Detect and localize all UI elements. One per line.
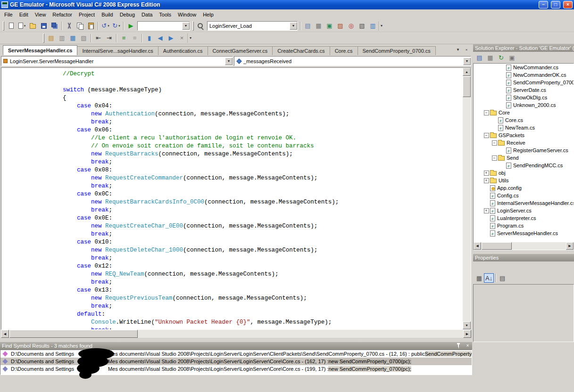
find-result-row[interactable]: D:\Documents and SettingsMes documents\V… xyxy=(0,358,472,365)
code-line[interactable]: new Authentication(connection, message.M… xyxy=(6,110,463,118)
find-symbol-button[interactable] xyxy=(195,21,206,31)
toolbar-grip[interactable] xyxy=(3,21,4,31)
menu-tools[interactable]: Tools xyxy=(156,10,175,19)
save-button[interactable] xyxy=(38,21,49,31)
show-all-files-button[interactable]: ▦ xyxy=(485,52,496,63)
horizontal-scrollbar[interactable]: ◀ ▶ xyxy=(1,330,471,338)
code-line[interactable]: new RequestPreviousTeam(connection, mess… xyxy=(6,294,463,302)
code-line[interactable]: case 0x04: xyxy=(6,102,463,110)
increase-indent-button[interactable]: ⇥ xyxy=(104,33,115,43)
code-line[interactable] xyxy=(6,78,463,86)
collapse-box-icon[interactable]: − xyxy=(484,110,489,115)
tree-item-internalservermessagehandler-cs[interactable]: InternalServerMessageHandler.cs xyxy=(474,199,574,207)
tree-item-registergameserver-cs[interactable]: RegisterGameServer.cs xyxy=(474,147,574,154)
start-debugging-button[interactable]: ▶ xyxy=(125,21,136,31)
toolbar-options-chevron[interactable]: ▾ xyxy=(378,21,384,31)
code-line[interactable]: new RequestCreateChar_0E00(connection, m… xyxy=(6,222,463,230)
code-line[interactable]: { xyxy=(6,94,463,102)
scroll-left-icon[interactable]: ◀ xyxy=(1,330,9,338)
code-line[interactable]: break; xyxy=(6,230,463,238)
menu-file[interactable]: File xyxy=(1,10,16,19)
debug-target-combo[interactable]: ▼ xyxy=(137,21,190,31)
menu-view[interactable]: View xyxy=(32,10,50,19)
code-line[interactable]: new RequestDeleteChar_1000(connection, m… xyxy=(6,246,463,254)
menu-window[interactable]: Window xyxy=(175,10,200,19)
code-line[interactable]: new RequestCreateCommander(connection, m… xyxy=(6,174,463,182)
collapse-box-icon[interactable]: − xyxy=(484,133,489,138)
menu-data[interactable]: Data xyxy=(138,10,156,19)
previous-bookmark-button[interactable]: ◀ xyxy=(155,33,166,43)
tree-item-core-cs[interactable]: Core.cs xyxy=(474,116,574,124)
code-line[interactable]: case 0x0C: xyxy=(6,190,463,198)
paste-button[interactable] xyxy=(85,21,96,31)
toggle-bookmark-button[interactable]: ▮ xyxy=(144,33,155,43)
find-combo-combo[interactable]: LoginServer_Load▼ xyxy=(207,21,298,31)
close-button[interactable]: × xyxy=(563,1,573,8)
expand-box-icon[interactable]: + xyxy=(484,178,489,183)
properties-button[interactable]: ▤ xyxy=(474,52,485,63)
code-line[interactable]: break; xyxy=(6,118,463,126)
menu-refactor[interactable]: Refactor xyxy=(49,10,75,19)
tree-item-core[interactable]: −Core xyxy=(474,109,574,116)
collapse-box-icon[interactable]: − xyxy=(492,140,497,146)
toolbar-grip[interactable] xyxy=(192,21,194,31)
close-document-icon[interactable]: × xyxy=(463,46,470,53)
vertical-scrollbar[interactable]: ▲ ▼ xyxy=(463,68,471,329)
code-line[interactable]: break; xyxy=(6,158,463,166)
tree-item-servermessagehandler-cs[interactable]: ServerMessageHandler.cs xyxy=(474,229,574,237)
tree-scroll-thumb[interactable] xyxy=(482,242,512,250)
code-line[interactable]: new RequestBarracks(connection, message.… xyxy=(6,150,463,158)
minimize-button[interactable]: – xyxy=(539,1,548,8)
scroll-right-icon[interactable]: ▶ xyxy=(463,330,471,338)
code-line[interactable]: case 0x06: xyxy=(6,126,463,134)
solution-tree[interactable]: NewCommander.csNewCommanderOK.csSendComm… xyxy=(474,64,574,242)
code-line[interactable]: new RequestBarrackCardsInfo_0C00(connect… xyxy=(6,198,463,206)
tree-item-app-config[interactable]: App.config xyxy=(474,184,574,192)
tree-item-sendcommproperty-0700-cs[interactable]: SendCommProperty_0700.cs xyxy=(474,79,574,86)
tree-item-newteam-cs[interactable]: NewTeam.cs xyxy=(474,124,574,131)
tab-core-cs[interactable]: Core.cs xyxy=(330,46,358,55)
cut-button[interactable] xyxy=(64,21,75,31)
members-dropdown[interactable]: _messagesReceived ▼ xyxy=(234,56,471,66)
uncomment-selection-button[interactable]: ≡ xyxy=(129,33,140,43)
save-all-button[interactable] xyxy=(49,21,60,31)
tab-servermessagehandler-cs[interactable]: ServerMessageHandler.cs xyxy=(3,45,77,55)
active-files-dropdown-icon[interactable]: ▼ xyxy=(454,46,462,53)
code-line[interactable]: break; xyxy=(6,254,463,262)
menu-edit[interactable]: Edit xyxy=(16,10,32,19)
tree-scroll-left-icon[interactable]: ◀ xyxy=(474,242,481,250)
toolbar-grip[interactable] xyxy=(43,33,44,43)
types-dropdown[interactable]: LoginServer.ServerMessageHandler ▼ xyxy=(1,56,233,66)
add-new-item-button[interactable]: ▾ xyxy=(17,21,27,31)
toolbox-button[interactable]: ▨ xyxy=(335,21,346,31)
code-line[interactable]: case 0x08: xyxy=(6,166,463,174)
menu-project[interactable]: Project xyxy=(75,10,98,19)
find-result-row[interactable]: D:\Documents and SettingsMes documents\V… xyxy=(0,350,472,358)
toolbar-options-chevron[interactable]: ▾ xyxy=(187,33,193,43)
object-browser-button[interactable]: ▣ xyxy=(324,21,335,31)
members-dropdown-button[interactable]: ▼ xyxy=(463,57,471,65)
code-line[interactable]: break; xyxy=(6,302,463,310)
find-result-row[interactable]: D:\Documents and SettingsMes documents\V… xyxy=(0,365,472,373)
menu-help[interactable]: Help xyxy=(200,10,217,19)
tree-item-luainterpreter-cs[interactable]: LuaInterpreter.cs xyxy=(474,214,574,222)
tree-item-utils[interactable]: +Utils xyxy=(474,177,574,184)
code-line[interactable]: case 0x12: xyxy=(6,262,463,270)
member-list-button[interactable]: ▤ xyxy=(46,33,57,43)
types-dropdown-button[interactable]: ▼ xyxy=(225,57,233,65)
code-line[interactable]: case 0x0E: xyxy=(6,214,463,222)
horizontal-scroll-thumb[interactable] xyxy=(9,330,138,338)
tab-internalserve-sagehandler-cs[interactable]: InternalServe...sageHandler.cs xyxy=(77,46,158,55)
tree-item-config-cs[interactable]: Config.cs xyxy=(474,192,574,199)
scroll-down-icon[interactable]: ▼ xyxy=(463,321,471,329)
panel-splitter[interactable] xyxy=(473,250,574,254)
copy-button[interactable] xyxy=(75,21,85,31)
view-class-diagram-button[interactable]: ▣ xyxy=(507,52,517,63)
tree-item-send[interactable]: −Send xyxy=(474,154,574,162)
tab-connectgameserver-cs[interactable]: ConnectGameServer.cs xyxy=(208,46,273,55)
open-file-button[interactable] xyxy=(27,21,38,31)
code-editor[interactable]: //Decrypt switch (message.MessageType) {… xyxy=(1,68,463,329)
code-line[interactable]: break; xyxy=(6,327,463,329)
maximize-button[interactable]: □ xyxy=(551,1,560,8)
tab-authentication-cs[interactable]: Authentication.cs xyxy=(158,46,208,55)
